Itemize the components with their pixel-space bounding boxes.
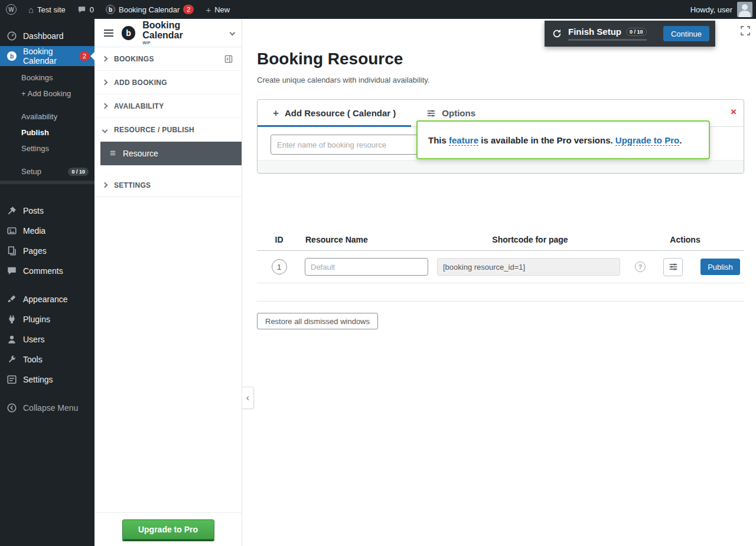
tab-add-resource-label: Add Resource ( Calendar ) bbox=[285, 108, 396, 118]
feature-link[interactable]: feature bbox=[449, 135, 478, 146]
tab-add-resource[interactable]: + Add Resource ( Calendar ) bbox=[258, 100, 411, 126]
section-bookings[interactable]: BOOKINGS bbox=[94, 47, 242, 71]
sidebar-item-users[interactable]: Users bbox=[0, 329, 94, 349]
row-resource-name-input[interactable] bbox=[305, 258, 428, 276]
setup-progress-count: 0 / 10 bbox=[68, 168, 89, 176]
col-resource-name: Resource Name bbox=[301, 235, 434, 244]
shortcode-input[interactable] bbox=[437, 258, 620, 276]
plugins-label: Plugins bbox=[23, 315, 50, 324]
tools-wrench-icon bbox=[6, 354, 18, 365]
sidebar-item-appearance[interactable]: Appearance bbox=[0, 289, 94, 309]
sidebar-item-tools[interactable]: Tools bbox=[0, 349, 94, 370]
setup-label: Setup bbox=[21, 167, 41, 176]
section-availability[interactable]: AVAILABILITY bbox=[94, 94, 242, 118]
new-label: New bbox=[214, 5, 230, 14]
col-actions: Actions bbox=[626, 235, 744, 244]
adminbar-booking-calendar[interactable]: b Booking Calendar 2 bbox=[100, 0, 200, 19]
avatar[interactable] bbox=[737, 2, 752, 17]
collapse-sidebar-tab[interactable]: ‹ bbox=[242, 387, 254, 409]
booking-calendar-icon: b bbox=[106, 5, 115, 14]
help-icon[interactable]: ? bbox=[635, 261, 646, 272]
booking-calendar-submenu: Bookings + Add Booking Availability Publ… bbox=[0, 66, 94, 192]
fullscreen-icon[interactable] bbox=[739, 25, 751, 37]
submenu-add-booking[interactable]: + Add Booking bbox=[0, 86, 94, 102]
section-resource-publish[interactable]: RESOURCE / PUBLISH bbox=[94, 118, 242, 142]
page-title: Booking Resource bbox=[257, 50, 403, 68]
submenu-publish[interactable]: Publish bbox=[0, 125, 94, 140]
section-settings[interactable]: SETTINGS bbox=[94, 174, 242, 197]
howdy-user-link[interactable]: Howdy, user bbox=[690, 5, 732, 14]
collapse-arrow-icon bbox=[6, 402, 18, 414]
wp-admin-sidebar: Dashboard b Booking Calendar 2 Bookings … bbox=[0, 19, 94, 546]
wp-logo-menu[interactable]: W bbox=[0, 0, 22, 19]
sidebar-item-comments[interactable]: Comments bbox=[0, 261, 94, 281]
new-content-menu[interactable]: + New bbox=[200, 0, 236, 19]
section-add-booking[interactable]: ADD BOOKING bbox=[94, 71, 242, 94]
submenu-settings[interactable]: Settings bbox=[0, 140, 94, 156]
section-bookings-label: BOOKINGS bbox=[114, 55, 154, 63]
chevron-left-icon: ‹ bbox=[246, 393, 249, 403]
tab-options-label: Options bbox=[442, 108, 475, 118]
section-settings-label: SETTINGS bbox=[114, 181, 151, 189]
col-id: ID bbox=[257, 235, 301, 244]
close-icon[interactable]: × bbox=[731, 107, 737, 117]
sidebar-item-plugins[interactable]: Plugins bbox=[0, 309, 94, 329]
pages-label: Pages bbox=[23, 246, 47, 256]
plugin-sidebar-header: b Booking Calendar WP bbox=[94, 19, 242, 47]
users-label: Users bbox=[23, 335, 45, 344]
publish-button[interactable]: Publish bbox=[700, 259, 740, 275]
admin-bar: W ⌂ Test site 0 b Booking Calendar 2 + N… bbox=[0, 0, 756, 19]
menu-hamburger-icon[interactable] bbox=[103, 28, 115, 38]
sidebar-item-media[interactable]: Media bbox=[0, 221, 94, 241]
popup-text: This bbox=[428, 135, 447, 145]
popup-text: is available in the Pro versions. bbox=[481, 135, 612, 145]
appearance-brush-icon bbox=[6, 293, 18, 305]
sidebar-item-resource-active[interactable]: ≡ Resource bbox=[100, 142, 242, 165]
plus-icon: + bbox=[206, 5, 211, 15]
comments-link[interactable]: 0 bbox=[71, 0, 100, 19]
site-name-link[interactable]: ⌂ Test site bbox=[22, 0, 71, 19]
comments-icon bbox=[6, 265, 18, 277]
comments-bubble-icon bbox=[77, 5, 86, 14]
booking-calendar-logo: b bbox=[122, 26, 135, 40]
dashboard-icon bbox=[6, 30, 18, 42]
finish-setup-toast: Finish Setup 0 / 10 Continue bbox=[545, 21, 715, 47]
plugin-sidebar-footer: Upgrade to Pro bbox=[94, 512, 242, 546]
chevron-right-icon bbox=[102, 182, 108, 188]
submenu-bookings[interactable]: Bookings bbox=[0, 70, 94, 86]
booking-calendar-icon: b bbox=[6, 50, 18, 62]
resource-item-label: Resource bbox=[123, 149, 158, 158]
col-shortcode: Shortcode for page bbox=[434, 235, 626, 244]
users-icon bbox=[6, 334, 18, 345]
page-subtitle: Create unique calendars with individual … bbox=[257, 76, 429, 84]
upgrade-to-pro-link[interactable]: Upgrade to Pro bbox=[615, 135, 679, 146]
plugin-sidebar: b Booking Calendar WP BOOKINGS ADD BOOKI… bbox=[94, 19, 242, 546]
restore-dismissed-windows-button[interactable]: Restore all dismissed windows bbox=[257, 313, 378, 329]
main-content: Finish Setup 0 / 10 Continue Booking Res… bbox=[242, 19, 756, 546]
tools-label: Tools bbox=[23, 355, 43, 364]
settings-icon bbox=[6, 374, 18, 385]
pin-sidebar-icon[interactable] bbox=[224, 54, 233, 64]
sidebar-item-booking-calendar[interactable]: b Booking Calendar 2 bbox=[0, 46, 94, 66]
home-icon: ⌂ bbox=[28, 5, 34, 15]
resource-id-badge: 1 bbox=[272, 259, 287, 274]
continue-button[interactable]: Continue bbox=[663, 26, 709, 41]
chevron-down-icon[interactable] bbox=[230, 30, 236, 36]
chevron-down-icon bbox=[102, 127, 108, 133]
sidebar-item-dashboard[interactable]: Dashboard bbox=[0, 26, 94, 46]
resources-table: ID Resource Name Shortcode for page Acti… bbox=[257, 229, 744, 302]
submenu-availability[interactable]: Availability bbox=[0, 109, 94, 125]
pro-feature-popup: This feature is available in the Pro ver… bbox=[416, 120, 710, 159]
comments-count: 0 bbox=[90, 5, 94, 14]
row-options-button[interactable] bbox=[663, 258, 683, 276]
setup-progress-bar bbox=[0, 181, 94, 184]
sidebar-item-posts[interactable]: Posts bbox=[0, 201, 94, 221]
finish-setup-progress-bar bbox=[568, 39, 647, 41]
collapse-menu-button[interactable]: Collapse Menu bbox=[0, 398, 94, 418]
sidebar-item-pages[interactable]: Pages bbox=[0, 241, 94, 261]
plugin-title-sub: WP bbox=[142, 41, 221, 46]
plugin-title-menu[interactable]: Booking Calendar WP bbox=[142, 20, 221, 46]
upgrade-to-pro-button[interactable]: Upgrade to Pro bbox=[122, 519, 214, 540]
sidebar-item-settings[interactable]: Settings bbox=[0, 370, 94, 390]
submenu-setup[interactable]: Setup 0 / 10 bbox=[0, 164, 94, 179]
